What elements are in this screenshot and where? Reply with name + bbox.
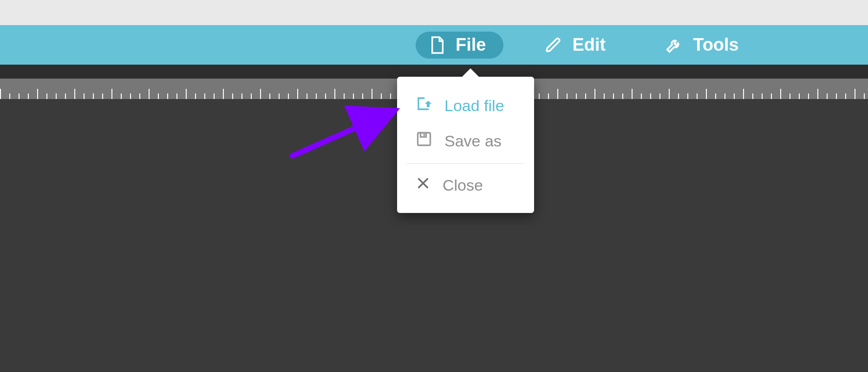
- file-dropdown: Load file Save as Close: [397, 77, 534, 213]
- close-label: Close: [443, 176, 483, 194]
- pencil-icon: [545, 37, 562, 53]
- tools-menu-button[interactable]: Tools: [651, 32, 757, 59]
- close-icon: [416, 176, 431, 194]
- app-toolbar: File Edit Tools: [0, 25, 868, 65]
- browser-chrome-bar: [0, 0, 868, 25]
- svg-rect-2: [424, 134, 425, 136]
- save-as-item[interactable]: Save as: [397, 123, 534, 159]
- load-file-label: Load file: [444, 97, 504, 115]
- load-file-icon: [416, 95, 432, 116]
- file-menu-button[interactable]: File: [416, 32, 503, 59]
- load-file-item[interactable]: Load file: [397, 88, 534, 123]
- edit-menu-button[interactable]: Edit: [531, 32, 623, 59]
- file-menu-label: File: [456, 35, 486, 55]
- file-icon: [430, 36, 445, 54]
- wrench-icon: [665, 36, 683, 54]
- close-item[interactable]: Close: [397, 168, 534, 202]
- save-as-label: Save as: [444, 132, 502, 150]
- save-icon: [416, 131, 432, 151]
- edit-menu-label: Edit: [572, 35, 606, 55]
- dropdown-separator: [406, 163, 525, 164]
- tools-menu-label: Tools: [693, 35, 739, 55]
